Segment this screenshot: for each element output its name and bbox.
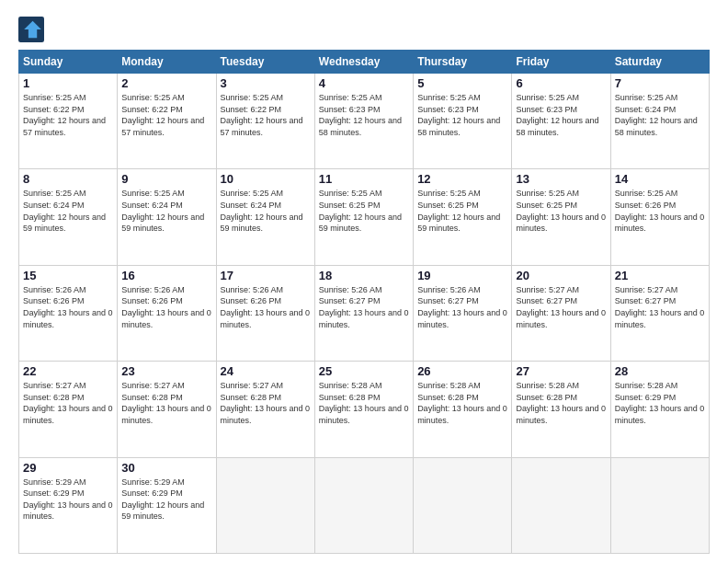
calendar-cell: 2Sunrise: 5:25 AMSunset: 6:22 PMDaylight… (118, 74, 216, 169)
day-number: 8 (23, 172, 113, 186)
calendar-cell: 1Sunrise: 5:25 AMSunset: 6:22 PMDaylight… (19, 74, 118, 169)
logo (18, 17, 48, 42)
week-row-4: 22Sunrise: 5:27 AMSunset: 6:28 PMDayligh… (19, 362, 710, 457)
day-info: Sunrise: 5:25 AMSunset: 6:24 PMDaylight:… (221, 188, 311, 234)
day-number: 17 (221, 269, 311, 282)
col-header-tuesday: Tuesday (216, 51, 314, 74)
calendar-cell: 9Sunrise: 5:25 AMSunset: 6:24 PMDaylight… (118, 169, 216, 265)
day-info: Sunrise: 5:29 AMSunset: 6:29 PMDaylight:… (23, 477, 113, 523)
day-info: Sunrise: 5:25 AMSunset: 6:22 PMDaylight:… (121, 92, 211, 138)
day-info: Sunrise: 5:27 AMSunset: 6:27 PMDaylight:… (516, 284, 606, 330)
calendar-cell: 18Sunrise: 5:26 AMSunset: 6:27 PMDayligh… (314, 265, 413, 361)
day-number: 28 (615, 364, 705, 378)
calendar-cell: 7Sunrise: 5:25 AMSunset: 6:24 PMDaylight… (610, 74, 709, 169)
day-info: Sunrise: 5:26 AMSunset: 6:26 PMDaylight:… (121, 284, 211, 330)
calendar-cell (216, 457, 314, 553)
day-number: 23 (121, 364, 211, 378)
day-info: Sunrise: 5:25 AMSunset: 6:25 PMDaylight:… (417, 188, 507, 234)
day-info: Sunrise: 5:25 AMSunset: 6:24 PMDaylight:… (121, 188, 211, 234)
calendar-cell: 23Sunrise: 5:27 AMSunset: 6:28 PMDayligh… (118, 362, 216, 457)
col-header-friday: Friday (512, 51, 610, 74)
day-info: Sunrise: 5:28 AMSunset: 6:28 PMDaylight:… (319, 380, 409, 426)
day-info: Sunrise: 5:25 AMSunset: 6:24 PMDaylight:… (23, 188, 113, 234)
day-info: Sunrise: 5:27 AMSunset: 6:28 PMDaylight:… (221, 380, 311, 426)
day-number: 11 (319, 172, 409, 186)
day-number: 2 (121, 76, 211, 90)
header (18, 17, 710, 42)
col-header-wednesday: Wednesday (314, 51, 413, 74)
day-number: 4 (319, 76, 409, 90)
calendar-table: SundayMondayTuesdayWednesdayThursdayFrid… (18, 50, 710, 554)
day-number: 22 (23, 364, 113, 378)
day-number: 24 (221, 364, 311, 378)
day-number: 25 (319, 364, 409, 378)
day-info: Sunrise: 5:28 AMSunset: 6:29 PMDaylight:… (615, 380, 705, 426)
col-header-thursday: Thursday (414, 51, 512, 74)
day-info: Sunrise: 5:27 AMSunset: 6:28 PMDaylight:… (121, 380, 211, 426)
week-row-1: 1Sunrise: 5:25 AMSunset: 6:22 PMDaylight… (19, 74, 710, 169)
day-info: Sunrise: 5:25 AMSunset: 6:26 PMDaylight:… (615, 188, 705, 234)
calendar-cell: 13Sunrise: 5:25 AMSunset: 6:25 PMDayligh… (512, 169, 610, 265)
day-number: 6 (516, 76, 606, 90)
calendar-cell: 29Sunrise: 5:29 AMSunset: 6:29 PMDayligh… (19, 457, 118, 553)
day-number: 1 (23, 76, 113, 90)
day-number: 14 (615, 172, 705, 186)
day-number: 15 (23, 269, 113, 282)
calendar-cell: 3Sunrise: 5:25 AMSunset: 6:22 PMDaylight… (216, 74, 314, 169)
col-header-saturday: Saturday (610, 51, 709, 74)
day-info: Sunrise: 5:25 AMSunset: 6:23 PMDaylight:… (417, 92, 507, 138)
day-number: 16 (121, 269, 211, 282)
col-header-sunday: Sunday (19, 51, 118, 74)
day-number: 18 (319, 269, 409, 282)
calendar-cell: 12Sunrise: 5:25 AMSunset: 6:25 PMDayligh… (414, 169, 512, 265)
day-info: Sunrise: 5:26 AMSunset: 6:26 PMDaylight:… (23, 284, 113, 330)
calendar-cell: 28Sunrise: 5:28 AMSunset: 6:29 PMDayligh… (610, 362, 709, 457)
calendar-cell: 10Sunrise: 5:25 AMSunset: 6:24 PMDayligh… (216, 169, 314, 265)
day-number: 20 (516, 269, 606, 282)
day-number: 5 (417, 76, 507, 90)
calendar-cell: 4Sunrise: 5:25 AMSunset: 6:23 PMDaylight… (314, 74, 413, 169)
calendar-cell: 21Sunrise: 5:27 AMSunset: 6:27 PMDayligh… (610, 265, 709, 361)
calendar-cell: 15Sunrise: 5:26 AMSunset: 6:26 PMDayligh… (19, 265, 118, 361)
day-number: 26 (417, 364, 507, 378)
calendar-cell: 16Sunrise: 5:26 AMSunset: 6:26 PMDayligh… (118, 265, 216, 361)
day-number: 29 (23, 461, 113, 475)
calendar-cell (512, 457, 610, 553)
week-row-3: 15Sunrise: 5:26 AMSunset: 6:26 PMDayligh… (19, 265, 710, 361)
calendar-cell: 22Sunrise: 5:27 AMSunset: 6:28 PMDayligh… (19, 362, 118, 457)
calendar-cell: 6Sunrise: 5:25 AMSunset: 6:23 PMDaylight… (512, 74, 610, 169)
day-info: Sunrise: 5:26 AMSunset: 6:26 PMDaylight:… (221, 284, 311, 330)
calendar-cell: 30Sunrise: 5:29 AMSunset: 6:29 PMDayligh… (118, 457, 216, 553)
day-info: Sunrise: 5:25 AMSunset: 6:23 PMDaylight:… (319, 92, 409, 138)
calendar-cell: 27Sunrise: 5:28 AMSunset: 6:28 PMDayligh… (512, 362, 610, 457)
calendar-cell: 20Sunrise: 5:27 AMSunset: 6:27 PMDayligh… (512, 265, 610, 361)
day-info: Sunrise: 5:25 AMSunset: 6:24 PMDaylight:… (615, 92, 705, 138)
calendar-cell (414, 457, 512, 553)
day-info: Sunrise: 5:25 AMSunset: 6:22 PMDaylight:… (221, 92, 311, 138)
calendar-cell (314, 457, 413, 553)
calendar-cell: 5Sunrise: 5:25 AMSunset: 6:23 PMDaylight… (414, 74, 512, 169)
day-info: Sunrise: 5:28 AMSunset: 6:28 PMDaylight:… (516, 380, 606, 426)
day-info: Sunrise: 5:25 AMSunset: 6:23 PMDaylight:… (516, 92, 606, 138)
calendar-cell: 17Sunrise: 5:26 AMSunset: 6:26 PMDayligh… (216, 265, 314, 361)
header-row: SundayMondayTuesdayWednesdayThursdayFrid… (19, 51, 710, 74)
day-number: 27 (516, 364, 606, 378)
week-row-5: 29Sunrise: 5:29 AMSunset: 6:29 PMDayligh… (19, 457, 710, 553)
col-header-monday: Monday (118, 51, 216, 74)
day-number: 21 (615, 269, 705, 282)
calendar-cell: 11Sunrise: 5:25 AMSunset: 6:25 PMDayligh… (314, 169, 413, 265)
day-number: 12 (417, 172, 507, 186)
calendar-cell (610, 457, 709, 553)
day-number: 7 (615, 76, 705, 90)
calendar-cell: 19Sunrise: 5:26 AMSunset: 6:27 PMDayligh… (414, 265, 512, 361)
day-number: 30 (121, 461, 211, 475)
day-info: Sunrise: 5:28 AMSunset: 6:28 PMDaylight:… (417, 380, 507, 426)
day-number: 13 (516, 172, 606, 186)
day-info: Sunrise: 5:27 AMSunset: 6:28 PMDaylight:… (23, 380, 113, 426)
calendar-cell: 14Sunrise: 5:25 AMSunset: 6:26 PMDayligh… (610, 169, 709, 265)
day-info: Sunrise: 5:29 AMSunset: 6:29 PMDaylight:… (121, 477, 211, 523)
week-row-2: 8Sunrise: 5:25 AMSunset: 6:24 PMDaylight… (19, 169, 710, 265)
day-info: Sunrise: 5:25 AMSunset: 6:22 PMDaylight:… (23, 92, 113, 138)
logo-icon (18, 17, 44, 42)
day-info: Sunrise: 5:26 AMSunset: 6:27 PMDaylight:… (319, 284, 409, 330)
